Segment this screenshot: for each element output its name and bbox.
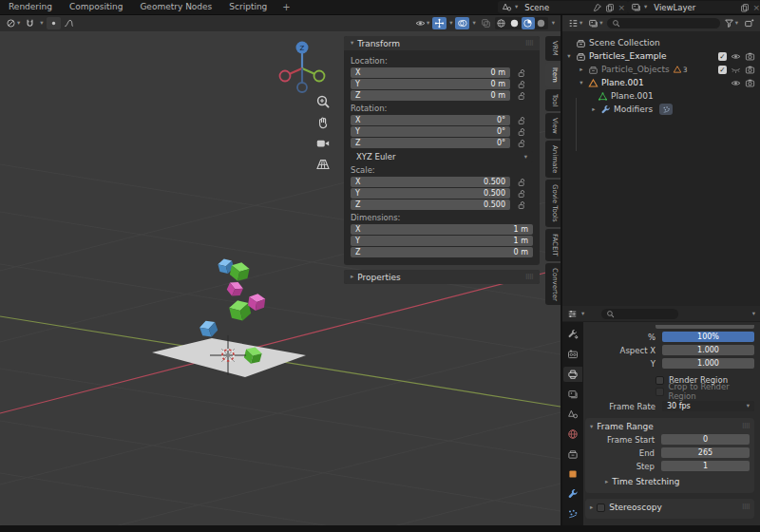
new-collection-button[interactable] [742, 17, 756, 29]
properties-options-chevron[interactable]: ▾ [752, 311, 755, 317]
expand-icon[interactable]: ▾ [565, 52, 573, 60]
tab-view-layer-properties[interactable] [563, 387, 582, 402]
shading-solid-button[interactable] [508, 17, 522, 29]
eye-closed-icon[interactable] [731, 65, 741, 75]
outliner-search-input[interactable] [607, 18, 720, 28]
view-layer-icon[interactable] [631, 2, 641, 12]
camera-view-icon[interactable] [315, 136, 331, 151]
panel-drag-handle[interactable]: ⠿⠿ [742, 504, 750, 511]
scale-x-field[interactable]: X0.500 [351, 177, 510, 187]
show-gizmo-toggle[interactable] [432, 17, 446, 29]
tab-output-properties[interactable] [563, 367, 582, 382]
dimensions-x-field[interactable]: X1 m [351, 224, 533, 235]
proportional-editing-toggle[interactable] [47, 17, 61, 29]
crop-render-region-checkbox[interactable] [656, 388, 664, 396]
lock-location-z-icon[interactable] [517, 91, 526, 101]
sidebar-tab-converter[interactable]: Converter [545, 263, 560, 306]
camera-visibility-icon[interactable] [745, 78, 755, 88]
aspect-y-field[interactable]: 1.000 [662, 358, 754, 369]
rotation-x-field[interactable]: X0° [351, 115, 510, 125]
tab-scene-properties[interactable] [563, 407, 582, 422]
rotation-z-field[interactable]: Z0° [351, 138, 510, 148]
expand-icon[interactable]: ▸ [578, 66, 585, 73]
camera-visibility-icon[interactable] [745, 51, 755, 62]
outliner-row-particle-objects[interactable]: ▸ Particle_Objects 3 ✓ [565, 63, 757, 76]
frame-step-field[interactable]: 1 [661, 461, 750, 471]
aspect-x-field[interactable]: 1.000 [662, 345, 754, 355]
rotation-mode-dropdown[interactable]: XYZ Euler▾ [351, 151, 533, 162]
properties-search-input[interactable] [601, 309, 677, 319]
outliner-display-mode-button[interactable]: ▾ [586, 17, 604, 29]
lock-location-x-icon[interactable] [517, 68, 526, 78]
lock-rotation-y-icon[interactable] [517, 127, 526, 137]
transform-orientation-button[interactable]: ▾ [4, 17, 22, 29]
scene-name[interactable]: Scene [521, 3, 553, 12]
workspace-tab-scripting[interactable]: Scripting [220, 0, 276, 14]
tab-world-properties[interactable] [563, 427, 582, 442]
lock-scale-z-icon[interactable] [517, 200, 526, 210]
snapping-options-chevron[interactable]: ▾ [38, 17, 45, 29]
lock-scale-x-icon[interactable] [517, 178, 526, 187]
shading-material-preview-button[interactable] [522, 17, 535, 29]
xray-toggle[interactable] [479, 17, 493, 29]
snapping-toggle-button[interactable] [23, 17, 37, 29]
scene-icon[interactable] [502, 2, 512, 12]
properties-editor-type-icon[interactable] [567, 309, 578, 319]
pin-scene-icon[interactable] [593, 3, 602, 12]
sidebar-tab-tool[interactable]: Tool [545, 89, 560, 112]
frame-rate-dropdown[interactable]: 30 fps▾ [662, 401, 754, 411]
workspace-tab-rendering[interactable]: Rendering [0, 0, 61, 14]
tab-particle-properties[interactable] [563, 506, 582, 522]
show-overlays-toggle[interactable] [455, 17, 469, 29]
unlink-scene-icon[interactable]: × [618, 3, 625, 12]
shading-options-chevron[interactable]: ▾ [550, 17, 557, 29]
frame-range-header[interactable]: ▾ Frame Range ⠿⠿ [590, 420, 750, 433]
move-view-tool-icon[interactable] [315, 115, 331, 130]
stereoscopy-checkbox[interactable] [597, 504, 605, 512]
scale-y-field[interactable]: Y0.500 [351, 188, 510, 199]
outliner-filter-button[interactable]: ▾ [722, 17, 740, 29]
location-x-field[interactable]: X0 m [351, 67, 510, 78]
new-scene-icon[interactable] [605, 3, 615, 12]
overlays-options-chevron[interactable]: ▾ [470, 17, 477, 29]
render-region-checkbox[interactable] [656, 376, 664, 385]
outliner-row-modifiers[interactable]: ▸ Modifiers [565, 103, 757, 116]
gizmo-options-chevron[interactable]: ▾ [447, 17, 454, 29]
frame-start-field[interactable]: 0 [661, 434, 750, 445]
time-stretching-header[interactable]: ▸ Time Stretching [590, 475, 750, 488]
stereoscopy-header[interactable]: ▸ Stereoscopy ⠿⠿ [590, 501, 750, 514]
tab-collection-properties[interactable] [563, 446, 582, 462]
scale-z-field[interactable]: Z0.500 [351, 200, 510, 210]
outliner-row-scene-collection[interactable]: Scene Collection [565, 36, 757, 49]
properties-editor-chevron[interactable]: ▾ [581, 311, 584, 317]
lock-rotation-x-icon[interactable] [517, 116, 526, 125]
view-layer-browse-chevron[interactable]: ▾ [644, 4, 647, 10]
expand-icon[interactable]: ▸ [590, 105, 598, 113]
tab-object-properties[interactable] [563, 466, 582, 482]
outliner-row-particles-example[interactable]: ▾ Particles_Example ✓ [565, 49, 757, 63]
new-view-layer-icon[interactable] [740, 3, 750, 12]
eye-icon[interactable] [731, 78, 741, 88]
shading-rendered-button[interactable] [535, 17, 548, 29]
view-layer-name[interactable]: ViewLayer [650, 3, 699, 12]
properties-subpanel-header[interactable]: ▸ Properties ⠿⠿ [344, 270, 540, 284]
location-y-field[interactable]: Y0 m [351, 79, 510, 89]
collection-checkbox[interactable]: ✓ [718, 66, 727, 74]
sidebar-tab-view[interactable]: View [545, 113, 560, 139]
shading-wireframe-button[interactable] [495, 17, 508, 29]
remove-view-layer-icon[interactable]: × [752, 3, 760, 12]
sidebar-tab-vrm[interactable]: VRM [545, 36, 560, 61]
resolution-percent-slider[interactable]: 100% [662, 332, 754, 342]
lock-scale-y-icon[interactable] [517, 189, 526, 199]
add-workspace-button[interactable]: + [276, 2, 296, 12]
workspace-tab-compositing[interactable]: Compositing [61, 0, 131, 14]
panel-drag-handle[interactable]: ⠿⠿ [525, 40, 533, 48]
scene-browse-chevron[interactable]: ▾ [515, 4, 518, 10]
panel-drag-handle[interactable]: ⠿⠿ [742, 423, 750, 430]
lock-location-y-icon[interactable] [517, 80, 526, 89]
workspace-tab-geometry-nodes[interactable]: Geometry Nodes [131, 0, 220, 14]
frame-end-field[interactable]: 265 [661, 447, 750, 458]
outliner-row-plane-mesh-data[interactable]: Plane.001 [565, 89, 757, 103]
outliner-editor-type-button[interactable]: ▾ [566, 17, 584, 29]
dimensions-y-field[interactable]: Y1 m [351, 236, 533, 246]
